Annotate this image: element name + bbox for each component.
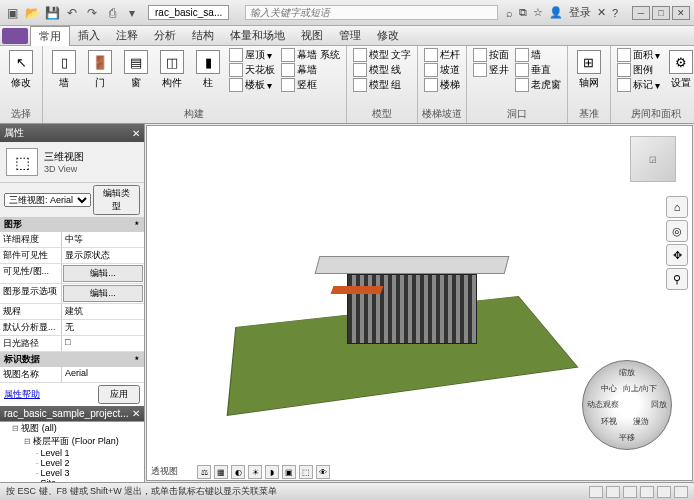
legend-button[interactable]: 图例 <box>615 63 662 77</box>
view-canvas[interactable]: ◲ ⌂ ◎ ✥ ⚲ 缩放 回放 平移 动态观察 中心 向上/向下 环视 漫游 透… <box>146 125 693 481</box>
modify-button[interactable]: ↖修改 <box>4 48 38 92</box>
edit-button[interactable]: 编辑... <box>63 285 143 302</box>
menu-tab[interactable]: 常用 <box>30 26 70 46</box>
search-box[interactable] <box>245 5 498 20</box>
login-icon[interactable]: 👤 <box>549 6 563 19</box>
view-cube[interactable]: ◲ <box>630 136 676 182</box>
quick-access-toolbar: ▣ 📂 💾 ↶ ↷ ⎙ ▾ <box>4 5 140 21</box>
properties-grid: 图形⋆ 详细程度中等 部件可见性显示原状态 可见性/图...编辑... 图形显示… <box>0 217 144 406</box>
wall-opening-button[interactable]: 墙 <box>513 48 563 62</box>
window-button[interactable]: ▤窗 <box>119 48 153 92</box>
close-icon[interactable]: ✕ <box>132 128 140 139</box>
apply-button[interactable]: 应用 <box>98 385 140 404</box>
edit-type-button[interactable]: 编辑类型 <box>93 185 140 215</box>
grid-button[interactable]: ⊞轴网 <box>572 48 606 92</box>
status-hint: 按 ESC 键、F8 键或 Shift+W 退出，或单击鼠标右键以显示关联菜单 <box>6 485 277 498</box>
maximize-button[interactable]: □ <box>652 6 670 20</box>
sb-icon[interactable] <box>640 486 654 498</box>
menu-tab[interactable]: 结构 <box>184 26 222 45</box>
tree-root[interactable]: 视图 (all) <box>12 422 144 435</box>
app-icon[interactable]: ▣ <box>4 5 20 21</box>
tree-item[interactable]: Level 3 <box>36 468 144 478</box>
ramp-button[interactable]: 坡道 <box>422 63 462 77</box>
roof-button[interactable]: 屋顶 ▾ <box>227 48 277 62</box>
tag-button[interactable]: 标记 ▾ <box>615 78 662 92</box>
print-icon[interactable]: ⎙ <box>104 5 120 21</box>
door-button[interactable]: 🚪门 <box>83 48 117 92</box>
redo-icon[interactable]: ↷ <box>84 5 100 21</box>
project-browser[interactable]: 视图 (all) 楼层平面 (Floor Plan) Level 1 Level… <box>0 421 144 482</box>
properties-help-link[interactable]: 属性帮助 <box>0 386 44 403</box>
login-label[interactable]: 登录 <box>569 5 591 20</box>
curtain-grid-button[interactable]: 幕墙 <box>279 63 342 77</box>
subscription-icon[interactable]: ⧉ <box>519 6 527 19</box>
edit-button[interactable]: 编辑... <box>63 265 143 282</box>
close-icon[interactable]: ✕ <box>132 408 140 419</box>
crop-icon[interactable]: ⬚ <box>299 465 313 479</box>
curtain-system-button[interactable]: 幕墙 系统 <box>279 48 342 62</box>
dormer-button[interactable]: 老虎窗 <box>513 78 563 92</box>
visual-style-icon[interactable]: ◐ <box>231 465 245 479</box>
menu-tab[interactable]: 视图 <box>293 26 331 45</box>
menu-tab[interactable]: 插入 <box>70 26 108 45</box>
close-button[interactable]: ✕ <box>672 6 690 20</box>
sb-icon[interactable] <box>657 486 671 498</box>
menu-tab[interactable]: 分析 <box>146 26 184 45</box>
detail-icon[interactable]: ▦ <box>214 465 228 479</box>
menu-tab[interactable]: 注释 <box>108 26 146 45</box>
sun-icon[interactable]: ☀ <box>248 465 262 479</box>
sb-icon[interactable] <box>589 486 603 498</box>
tree-item[interactable]: Site <box>36 478 144 482</box>
wheel-icon[interactable]: ◎ <box>666 220 688 242</box>
model-text-button[interactable]: 模型 文字 <box>351 48 413 62</box>
shadow-icon[interactable]: ◗ <box>265 465 279 479</box>
by-face-button[interactable]: 按面 <box>471 48 511 62</box>
model-line-button[interactable]: 模型 线 <box>351 63 413 77</box>
area-button[interactable]: 面积 ▾ <box>615 48 662 62</box>
instance-selector[interactable]: 三维视图: Aerial <box>4 193 91 207</box>
zoom-icon[interactable]: ⚲ <box>666 268 688 290</box>
infocenter-icon[interactable]: ⌕ <box>506 7 513 19</box>
open-icon[interactable]: 📂 <box>24 5 40 21</box>
save-icon[interactable]: 💾 <box>44 5 60 21</box>
view-control-bar: ⚖ ▦ ◐ ☀ ◗ ▣ ⬚ 👁 <box>197 465 330 479</box>
vertical-button[interactable]: 垂直 <box>513 63 563 77</box>
wall-button[interactable]: ▯墙 <box>47 48 81 92</box>
home-icon[interactable]: ⌂ <box>666 196 688 218</box>
favorite-icon[interactable]: ☆ <box>533 6 543 19</box>
hide-icon[interactable]: 👁 <box>316 465 330 479</box>
file-tab[interactable]: rac_basic_sa... <box>148 5 229 20</box>
application-button[interactable] <box>2 28 28 44</box>
settings-button[interactable]: ⚙设置 <box>664 48 694 92</box>
railing-button[interactable]: 栏杆 <box>422 48 462 62</box>
component-button[interactable]: ◫构件 <box>155 48 189 92</box>
scale-icon[interactable]: ⚖ <box>197 465 211 479</box>
column-button[interactable]: ▮柱 <box>191 48 225 92</box>
shaft-button[interactable]: 竖井 <box>471 63 511 77</box>
menu-tab[interactable]: 修改 <box>369 26 407 45</box>
sb-icon[interactable] <box>623 486 637 498</box>
steering-wheel[interactable]: 缩放 回放 平移 动态观察 中心 向上/向下 环视 漫游 <box>582 360 672 450</box>
render-icon[interactable]: ▣ <box>282 465 296 479</box>
type-selector[interactable]: ⬚ 三维视图3D View <box>0 142 144 182</box>
stair-button[interactable]: 楼梯 <box>422 78 462 92</box>
ribbon-group-select: ↖修改 选择 <box>0 46 43 123</box>
ceiling-button[interactable]: 天花板 <box>227 63 277 77</box>
sb-icon[interactable] <box>606 486 620 498</box>
sb-filter-icon[interactable] <box>674 486 688 498</box>
tree-floor-plans[interactable]: 楼层平面 (Floor Plan) <box>24 435 144 448</box>
undo-icon[interactable]: ↶ <box>64 5 80 21</box>
help-icon[interactable]: ? <box>612 7 618 19</box>
tree-item[interactable]: Level 1 <box>36 448 144 458</box>
pan-icon[interactable]: ✥ <box>666 244 688 266</box>
mullion-button[interactable]: 竖框 <box>279 78 342 92</box>
search-input[interactable] <box>245 5 498 20</box>
menu-tab[interactable]: 体量和场地 <box>222 26 293 45</box>
floor-button[interactable]: 楼板 ▾ <box>227 78 277 92</box>
menu-tab[interactable]: 管理 <box>331 26 369 45</box>
tree-item[interactable]: Level 2 <box>36 458 144 468</box>
model-group-button[interactable]: 模型 组 <box>351 78 413 92</box>
minimize-button[interactable]: ─ <box>632 6 650 20</box>
qat-more-icon[interactable]: ▾ <box>124 5 140 21</box>
exchange-icon[interactable]: ✕ <box>597 6 606 19</box>
